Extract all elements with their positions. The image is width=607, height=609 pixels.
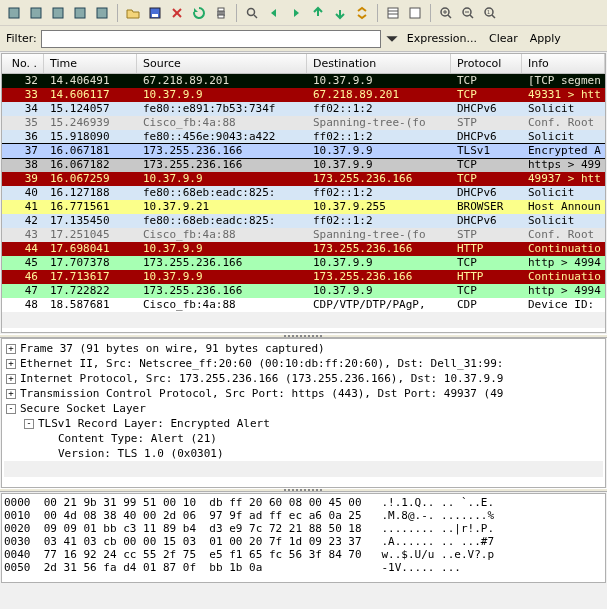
- cell-src: 173.255.236.166: [137, 158, 307, 172]
- jump-icon[interactable]: [308, 3, 328, 23]
- scroll-icon[interactable]: [352, 3, 372, 23]
- hex-line[interactable]: 0000 00 21 9b 31 99 51 00 10 db ff 20 60…: [4, 496, 603, 509]
- cell-src: 67.218.89.201: [137, 74, 307, 88]
- col-header-time[interactable]: Time: [44, 54, 137, 73]
- reload-icon[interactable]: [189, 3, 209, 23]
- hex-line[interactable]: 0020 09 09 01 bb c3 11 89 b4 d3 e9 7c 72…: [4, 522, 603, 535]
- detail-text: Transmission Control Protocol, Src Port:…: [20, 387, 503, 400]
- detail-line[interactable]: +Ethernet II, Src: Netscree_ff:20:60 (00…: [6, 356, 603, 371]
- cell-prot: TCP: [451, 172, 522, 186]
- col-header-source[interactable]: Source: [137, 54, 307, 73]
- cell-src: 10.37.9.9: [137, 172, 307, 186]
- cell-time: 17.722822: [44, 284, 137, 298]
- expand-toggle-icon[interactable]: +: [6, 359, 16, 369]
- packet-row[interactable]: 4016.127188fe80::68eb:eadc:825:ff02::1:2…: [2, 186, 605, 200]
- packet-row[interactable]: 4717.722822173.255.236.16610.37.9.9TCPht…: [2, 284, 605, 298]
- hex-line[interactable]: 0040 77 16 92 24 cc 55 2f 75 e5 f1 65 fc…: [4, 548, 603, 561]
- clear-button[interactable]: Clear: [485, 32, 522, 45]
- detail-line[interactable]: Version: TLS 1.0 (0x0301): [44, 446, 603, 461]
- cell-dst: ff02::1:2: [307, 214, 451, 228]
- start-icon[interactable]: [48, 3, 68, 23]
- cell-info: Conf. Root: [522, 228, 605, 242]
- filter-input[interactable]: [41, 30, 381, 48]
- packet-row[interactable]: 4617.71361710.37.9.9173.255.236.166HTTPC…: [2, 270, 605, 284]
- packet-row[interactable]: 4116.77156110.37.9.2110.37.9.255BROWSERH…: [2, 200, 605, 214]
- packet-hscrollbar[interactable]: [2, 312, 605, 328]
- packet-row[interactable]: 4317.251045Cisco_fb:4a:88Spanning-tree-(…: [2, 228, 605, 242]
- detail-line[interactable]: Content Type: Alert (21): [44, 431, 603, 446]
- cell-info: Solicit: [522, 130, 605, 144]
- expand-toggle-icon[interactable]: +: [6, 374, 16, 384]
- packet-row[interactable]: 3314.60611710.37.9.967.218.89.201TCP4933…: [2, 88, 605, 102]
- hex-line[interactable]: 0010 00 4d 08 38 40 00 2d 06 97 9f ad ff…: [4, 509, 603, 522]
- cell-time: 16.067259: [44, 172, 137, 186]
- detail-line[interactable]: +Frame 37 (91 bytes on wire, 91 bytes ca…: [6, 341, 603, 356]
- splitter-2[interactable]: [0, 488, 607, 492]
- cell-prot: DHCPv6: [451, 102, 522, 116]
- stop-icon[interactable]: [70, 3, 90, 23]
- restart-icon[interactable]: [92, 3, 112, 23]
- forward-icon[interactable]: [286, 3, 306, 23]
- expression-button[interactable]: Expression...: [403, 32, 481, 45]
- packet-row[interactable]: 4517.707378173.255.236.16610.37.9.9TCPht…: [2, 256, 605, 270]
- find-icon[interactable]: [242, 3, 262, 23]
- cell-no: 38: [2, 158, 44, 172]
- detail-line[interactable]: +Transmission Control Protocol, Src Port…: [6, 386, 603, 401]
- cell-no: 34: [2, 102, 44, 116]
- packet-row[interactable]: 3615.918090fe80::456e:9043:a422ff02::1:2…: [2, 130, 605, 144]
- cell-no: 33: [2, 88, 44, 102]
- col-header-destination[interactable]: Destination: [307, 54, 451, 73]
- packet-row[interactable]: 3415.124057fe80::e891:7b53:734fff02::1:2…: [2, 102, 605, 116]
- last-icon[interactable]: [330, 3, 350, 23]
- apply-button[interactable]: Apply: [526, 32, 565, 45]
- packet-row[interactable]: 4417.69804110.37.9.9173.255.236.166HTTPC…: [2, 242, 605, 256]
- packet-bytes-pane: 0000 00 21 9b 31 99 51 00 10 db ff 20 60…: [1, 493, 606, 583]
- packet-row[interactable]: 3916.06725910.37.9.9173.255.236.166TCP49…: [2, 172, 605, 186]
- colorize-icon[interactable]: [383, 3, 403, 23]
- cell-dst: Spanning-tree-(fo: [307, 228, 451, 242]
- zoom-reset-icon[interactable]: 1: [480, 3, 500, 23]
- cell-src: fe80::68eb:eadc:825:: [137, 186, 307, 200]
- options-icon[interactable]: [26, 3, 46, 23]
- packet-row[interactable]: 3716.067181173.255.236.16610.37.9.9TLSv1…: [2, 144, 605, 158]
- cell-info: Solicit: [522, 186, 605, 200]
- packet-row[interactable]: 3214.40649167.218.89.20110.37.9.9TCP[TCP…: [2, 74, 605, 88]
- print-icon[interactable]: [211, 3, 231, 23]
- cell-dst: ff02::1:2: [307, 186, 451, 200]
- expand-toggle-icon[interactable]: -: [24, 419, 34, 429]
- save-icon[interactable]: [145, 3, 165, 23]
- close-icon[interactable]: [167, 3, 187, 23]
- capture-icon[interactable]: [405, 3, 425, 23]
- interfaces-icon[interactable]: [4, 3, 24, 23]
- open-icon[interactable]: [123, 3, 143, 23]
- cell-prot: CDP: [451, 298, 522, 312]
- hex-line[interactable]: 0050 2d 31 56 fa d4 01 87 0f bb 1b 0a -1…: [4, 561, 603, 574]
- cell-dst: 10.37.9.9: [307, 284, 451, 298]
- expand-toggle-icon[interactable]: +: [6, 389, 16, 399]
- packet-row[interactable]: 4818.587681Cisco_fb:4a:88CDP/VTP/DTP/PAg…: [2, 298, 605, 312]
- cell-time: 16.067182: [44, 158, 137, 172]
- cell-no: 47: [2, 284, 44, 298]
- svg-line-23: [470, 15, 473, 18]
- col-header-no[interactable]: No. .: [2, 54, 44, 73]
- zoom-out-icon[interactable]: [458, 3, 478, 23]
- packet-row[interactable]: 3515.246939Cisco_fb:4a:88Spanning-tree-(…: [2, 116, 605, 130]
- filter-dropdown-icon[interactable]: [385, 30, 399, 48]
- col-header-protocol[interactable]: Protocol: [451, 54, 522, 73]
- back-icon[interactable]: [264, 3, 284, 23]
- packet-row[interactable]: 4217.135450fe80::68eb:eadc:825:ff02::1:2…: [2, 214, 605, 228]
- cell-src: 10.37.9.9: [137, 270, 307, 284]
- cell-dst: 173.255.236.166: [307, 270, 451, 284]
- zoom-in-icon[interactable]: [436, 3, 456, 23]
- expand-toggle-icon[interactable]: -: [6, 404, 16, 414]
- details-hscrollbar[interactable]: [4, 461, 603, 477]
- detail-line[interactable]: -TLSv1 Record Layer: Encrypted Alert: [24, 416, 603, 431]
- cell-no: 42: [2, 214, 44, 228]
- detail-line[interactable]: +Internet Protocol, Src: 173.255.236.166…: [6, 371, 603, 386]
- detail-line[interactable]: -Secure Socket Layer: [6, 401, 603, 416]
- detail-text: Frame 37 (91 bytes on wire, 91 bytes cap…: [20, 342, 325, 355]
- expand-toggle-icon[interactable]: +: [6, 344, 16, 354]
- hex-line[interactable]: 0030 03 41 03 cb 00 00 15 03 01 00 20 7f…: [4, 535, 603, 548]
- col-header-info[interactable]: Info: [522, 54, 605, 73]
- packet-row[interactable]: 3816.067182173.255.236.16610.37.9.9TCPht…: [2, 158, 605, 172]
